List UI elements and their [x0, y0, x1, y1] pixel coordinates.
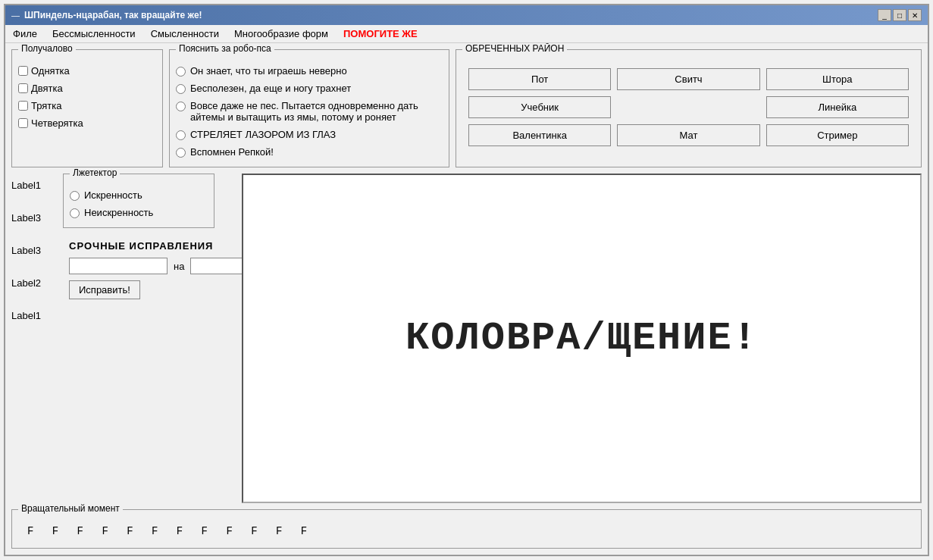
checkbox-odnyatka-label: Однятка: [31, 65, 70, 77]
obrech-btn-valentinka[interactable]: Валентинка: [468, 124, 611, 146]
obrech-grid: Пот Свитч Штора Учебник Линейка Валентин…: [462, 62, 915, 152]
radio-neiskrennost-input[interactable]: [70, 208, 80, 218]
menu-item-variety[interactable]: Многообразие форм: [230, 27, 333, 41]
checkbox-tryatka-input[interactable]: [18, 101, 28, 111]
kolovrash-text: КОЛОВРА/ЩЕНИЕ!: [405, 316, 758, 361]
radio-iskrennost: Искренность: [70, 186, 208, 204]
sidebar-label-3: Label3: [11, 245, 57, 256]
poluchalovo-group: Получалово Однятка Двятка Трятка Четверя…: [11, 49, 163, 167]
checkbox-chetveryatka-label: Четверятка: [31, 117, 83, 129]
fix-button[interactable]: Исправить!: [69, 280, 140, 299]
title-bar-left: — ШПиндель-нцарабан, так вращайте же!: [11, 10, 202, 20]
radio-robo-1-label: Он знает, что ты играешь неверно: [190, 65, 347, 77]
obrech-btn-strimer[interactable]: Стример: [766, 124, 909, 146]
title-icon: —: [11, 11, 20, 20]
left-labels: Label1 Label3 Label3 Label2 Label1: [11, 174, 57, 503]
obrech-btn-mat[interactable]: Мат: [617, 124, 759, 146]
radio-robo-3-input[interactable]: [176, 102, 186, 111]
menu-bar: Филе Бессмысленности Смысленности Многоо…: [5, 25, 928, 43]
urgent-input-from[interactable]: [69, 258, 168, 274]
ljetector-title: Лжетектор: [70, 167, 120, 178]
robopsa-group: Пояснить за робо-пса Он знает, что ты иг…: [169, 49, 449, 167]
obrech-btn-uchebnik[interactable]: Учебник: [468, 96, 611, 118]
checkbox-odnyatka-input[interactable]: [18, 66, 28, 76]
radio-robo-2-input[interactable]: [176, 84, 186, 94]
ljetector-group: Лжетектор Искренность Неискренность: [63, 174, 214, 228]
checkbox-chetveryatka-input[interactable]: [18, 118, 28, 128]
obrech-title: ОБРЕЧЕННЫХ РАЙОН: [462, 43, 567, 54]
radio-iskrennost-input[interactable]: [70, 191, 80, 201]
obrech-btn-shtora[interactable]: Штора: [766, 68, 909, 90]
checkbox-dvyatka-label: Двятка: [31, 83, 63, 94]
vrash-group: Вращательный момент F F F F F F F F F F …: [11, 509, 922, 549]
radio-robo-3-label: Вовсе даже не пес. Пытается одновременно…: [190, 100, 443, 123]
checkbox-dvyatka-input[interactable]: [18, 83, 28, 93]
radio-iskrennost-label: Искренность: [84, 189, 142, 201]
sidebar-label-4: Label2: [11, 277, 57, 289]
radio-robo-4-input[interactable]: [176, 130, 186, 140]
obrech-empty: [617, 96, 759, 118]
radio-robo-4: СТРЕЛЯЕТ ЛАЗОРОМ ИЗ ГЛАЗ: [176, 126, 443, 143]
radio-neiskrennost: Неискренность: [70, 204, 208, 221]
vrash-content: F F F F F F F F F F F F: [18, 521, 915, 542]
radio-robo-5: Вспомнен Репкой!: [176, 143, 443, 161]
checkbox-tryatka: Трятка: [18, 97, 156, 114]
obrech-btn-pot[interactable]: Пот: [468, 68, 611, 90]
radio-neiskrennost-label: Неискренность: [84, 207, 153, 218]
sidebar-label-5: Label1: [11, 310, 57, 321]
middle-content: Label1 Label3 Label3 Label2 Label1 Лжете…: [11, 174, 922, 503]
urgent-inputs: на: [69, 258, 224, 274]
obrech-btn-switch[interactable]: Свитч: [617, 68, 759, 90]
checkbox-tryatka-label: Трятка: [31, 100, 62, 111]
radio-robo-5-label: Вспомнен Репкой!: [190, 146, 274, 158]
radio-robo-5-input[interactable]: [176, 148, 186, 158]
menu-item-sense[interactable]: Смысленности: [146, 27, 224, 41]
radio-robo-2-label: Бесполезен, да еще и ногу трахнет: [190, 83, 351, 94]
menu-item-nonsense[interactable]: Бессмысленности: [48, 27, 140, 41]
title-text: ШПиндель-нцарабан, так вращайте же!: [24, 10, 202, 20]
vrash-title: Вращательный момент: [18, 503, 123, 514]
obrech-btn-lineika[interactable]: Линейка: [766, 96, 909, 118]
obrech-group: ОБРЕЧЕННЫХ РАЙОН Пот Свитч Штора Учебник…: [456, 49, 922, 167]
minimize-button[interactable]: _: [878, 9, 891, 21]
poluchalovo-title: Получалово: [18, 43, 76, 54]
robopsa-title: Пояснить за робо-пса: [176, 43, 274, 54]
checkbox-dvyatka: Двятка: [18, 80, 156, 97]
right-panel: КОЛОВРА/ЩЕНИЕ!: [242, 174, 922, 503]
menu-item-help[interactable]: ПОМОГИТЕ ЖЕ: [339, 27, 422, 41]
top-row: Получалово Однятка Двятка Трятка Четверя…: [11, 49, 922, 167]
urgent-na-label: на: [174, 261, 184, 272]
urgent-title: СРОЧНЫЕ ИСПРАВЛЕНИЯ: [69, 240, 224, 252]
title-bar: — ШПиндель-нцарабан, так вращайте же! _ …: [5, 5, 928, 25]
sidebar-label-2: Label3: [11, 212, 57, 224]
bottom-section: Вращательный момент F F F F F F F F F F …: [11, 509, 922, 549]
radio-robo-4-label: СТРЕЛЯЕТ ЛАЗОРОМ ИЗ ГЛАЗ: [190, 129, 336, 140]
radio-robo-2: Бесполезен, да еще и ногу трахнет: [176, 80, 443, 97]
main-window: — ШПиндель-нцарабан, так вращайте же! _ …: [4, 4, 929, 556]
radio-robo-1-input[interactable]: [176, 67, 186, 77]
close-button[interactable]: ✕: [908, 9, 922, 21]
radio-robo-1: Он знает, что ты играешь неверно: [176, 62, 443, 80]
checkbox-chetveryatka: Четверятка: [18, 114, 156, 132]
title-buttons: _ □ ✕: [878, 9, 922, 21]
radio-robo-3: Вовсе даже не пес. Пытается одновременно…: [176, 97, 443, 126]
maximize-button[interactable]: □: [893, 9, 906, 21]
sidebar-label-1: Label1: [11, 180, 57, 191]
menu-item-file[interactable]: Филе: [8, 27, 42, 41]
urgent-section: СРОЧНЫЕ ИСПРАВЛЕНИЯ на Исправить!: [63, 234, 230, 305]
main-content: Получалово Однятка Двятка Трятка Четверя…: [5, 43, 928, 555]
checkbox-odnyatka: Однятка: [18, 62, 156, 80]
left-section: Лжетектор Искренность Неискренность СРОЧ…: [63, 174, 230, 503]
